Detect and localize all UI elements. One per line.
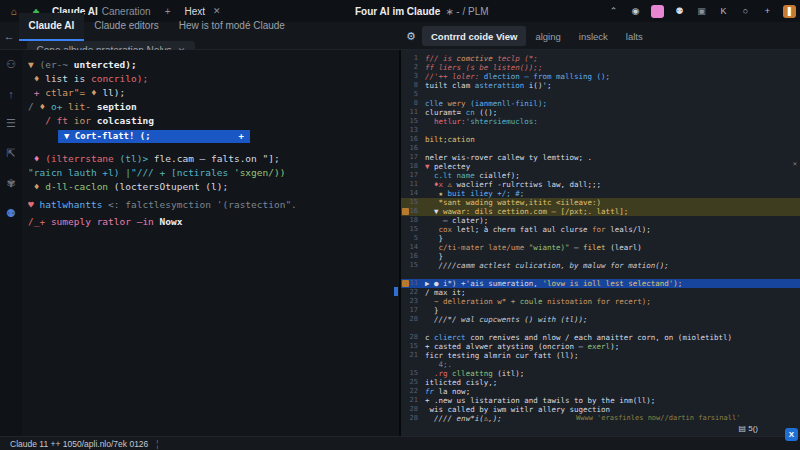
code-line: 15 *sant wading wattew,ititc <iileave:) [401,198,800,207]
code-token: / max it; [425,288,466,297]
code-token: untercted); [74,59,137,70]
gutter-badge-icon[interactable] [402,280,409,287]
code-line: 17 } [401,306,800,315]
plus-icon[interactable]: + [761,5,774,18]
code-token: } [425,306,439,315]
code-line: 3//'++ loler: dlection – from mallsing (… [401,72,800,81]
line-number: 17 [401,306,425,315]
right-code-panel[interactable]: 1f// is comctive teclp (*;2ff liers (s b… [401,50,800,436]
line-number: 14 [401,189,425,198]
line-number: 18 [401,216,425,225]
person-icon[interactable]: ⚉ [673,5,686,18]
selected-symbol-label: ▼ Cort-flatt! (; [64,130,151,143]
code-line: 15 .rg clleattng (itl); [401,369,800,378]
line-number: 15 [401,261,425,270]
account-icon[interactable]: ⚇ [3,58,19,71]
line-number: 15 [401,198,425,207]
tab-contrrd-coide-view[interactable]: Contrrd coide View [422,26,526,46]
line-number: 8 [401,99,425,108]
tab-claude-ai[interactable]: Claude AI [19,13,85,41]
code-token: .rg [425,369,452,378]
tab-claude-editors[interactable]: Claude editors [84,12,168,40]
code-token: //'++ loler: [425,72,484,81]
line-number: 11 [401,279,425,288]
circle-icon[interactable]: ○ [739,5,752,18]
upload-icon[interactable]: ↑ [3,88,19,100]
list-icon[interactable]: ☰ [3,117,19,130]
code-token: ,); [488,414,502,423]
record-icon[interactable]: ◉ [629,5,642,18]
code-token: ////camm actlest culication, by maluw fo… [425,261,669,270]
taskbar-status-text: Claude 11 ++ 1050/apli.nlo/7ek 0126 [10,439,148,449]
status-image-icon: ▤ [738,424,746,433]
code-token: 'shtersiemuclos: [466,117,538,126]
gutter-badge-icon[interactable] [402,208,409,215]
tab-alging[interactable]: alging [526,26,569,46]
chevron-up-icon[interactable]: ⌃ [607,5,620,18]
code-token: ★ [425,189,448,198]
code-line: 15+ casted alvwer atysting (oncrion – ex… [401,342,800,351]
code-line: 16bilt;cation [401,135,800,144]
tab-hew-is-tof-mod-claude[interactable]: Hew is tof modé Claude [169,12,295,40]
taskbar-separator: ¦ [156,439,158,449]
tab-row: ← Claude AIClaude editorsHew is tof modé… [0,22,800,50]
panel-icon[interactable]: ▣ [695,5,708,18]
code-token: fle.cam – falts.on "]; [154,153,280,164]
code-line [401,270,800,279]
code-line: 15 cox letl; à cherm fatl aul clurse for… [401,225,800,234]
code-token: ▼ [28,59,39,70]
code-token: letl; à cherm fatl aul clurse [457,225,592,234]
line-number: 25 [401,378,425,387]
assistant-icon[interactable]: ⚉ [3,207,19,220]
code-token: fr [425,387,439,396]
code-line: 21ficr testing almrin cur fatt (ll); [401,351,800,360]
code-token: ior [74,115,97,126]
line-number: 5 [401,234,425,243]
code-token: bilt;cation [425,135,475,144]
pink-blob-icon[interactable] [651,5,664,18]
tab-label: Contrrd coide View [431,31,517,42]
panel-scroll-handle[interactable] [394,287,398,296]
activity-bar: ⚇↑☰⇱✾⚉ [0,50,22,436]
code-token: 'lovw is ioll lest selectand'); [542,279,682,288]
line-number: 15 [401,369,425,378]
tab-label: Hew is tof modé Claude [179,20,285,31]
selected-symbol-bar[interactable]: ▼ Cort-flatt! (;+ [58,130,250,143]
code-token: ciallef); [479,171,520,180]
code-line: 5 [401,90,800,99]
k-shortcut-icon[interactable]: K [717,5,730,18]
left-code-panel[interactable]: ▼ (er-~ untercted); ♦ list is concrilo);… [22,50,399,436]
extensions-icon[interactable]: ✾ [3,177,19,190]
code-token: teclp (*; [497,54,538,63]
code-token: } [425,252,443,261]
tray-app-icon[interactable]: X [785,428,798,441]
code-line: 8clle wery (ianmenll-finil); [401,99,800,108]
code-token: wawar: dils cettion.com – [/pxt;. lattl]… [443,207,628,216]
code-token: colcasting [97,115,154,126]
tab-label: insleck [579,31,608,42]
tab-insleck[interactable]: insleck [570,26,617,46]
gear-icon[interactable]: ⚙ [400,30,422,43]
scrollbar-marker-icon[interactable]: ✕ [793,160,797,168]
code-line: 14 c/ti-mater late/ume "wiante)" – filet… [401,243,800,252]
code-line [401,324,800,333]
code-token: 'sxgen/)) [234,167,285,178]
export-icon[interactable]: ⇱ [3,147,19,160]
line-number [401,270,425,279]
code-token: filet [583,243,610,252]
orange-box-icon[interactable]: ❚ [783,5,796,18]
code-line: 21+ .new us listaration and tawils to by… [401,396,800,405]
code-token: (tl)> [120,153,154,164]
tab-lalts[interactable]: lalts [617,26,652,46]
code-line: 11 ♦x ⚠ waclierf -rulrctiws law, dall;;; [401,180,800,189]
code-token: "raicn lauth +l) |"/// + [nctirales [28,167,234,178]
tab-label: lalts [626,31,643,42]
code-token: (itl); [497,369,524,378]
expand-plus-icon[interactable]: + [239,130,244,143]
code-token: ~ delleration w* + [425,297,520,306]
back-arrow-icon[interactable]: ← [0,30,19,42]
code-token: d-ll-caclon [45,181,114,192]
code-line: ♥ hatlwhantts <: falctlesymction '(raste… [22,198,399,212]
line-number: 8 [401,81,425,90]
code-line: 28 wis called by iwm witlr allery sugect… [401,405,800,414]
